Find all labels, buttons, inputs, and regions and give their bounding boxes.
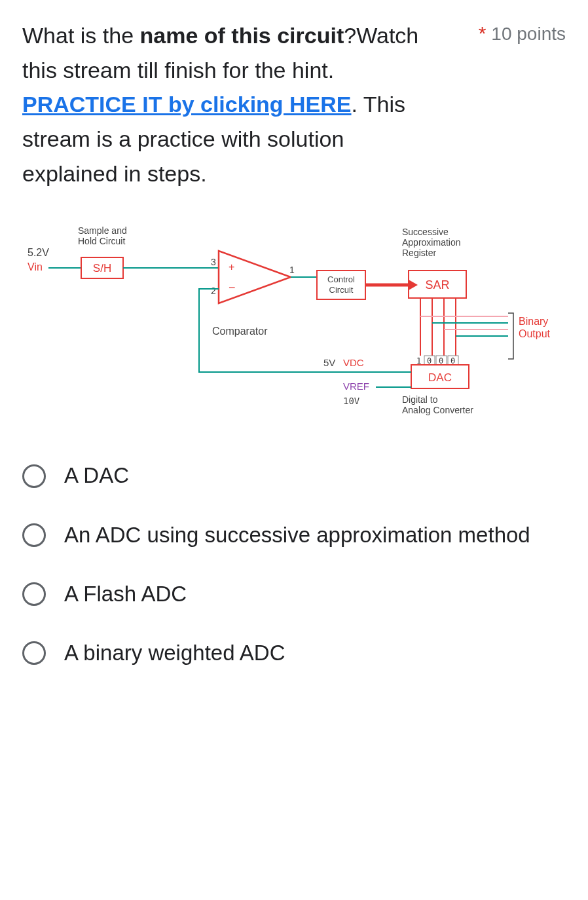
circuit-diagram: 5.2V Vin S/H Sample and Hold Circuit + −… <box>22 225 566 434</box>
practice-link[interactable]: PRACTICE IT by clicking HERE <box>22 92 352 117</box>
option-label: A Flash ADC <box>64 579 187 609</box>
radio-icon[interactable] <box>22 641 46 665</box>
q-part1: What is the <box>22 23 140 48</box>
comp-pin3: 3 <box>211 257 216 267</box>
comp-plus: + <box>229 261 234 272</box>
points-value: 10 points <box>491 24 566 44</box>
vref-label: VREF <box>343 381 369 392</box>
option-label: An ADC using successive approximation me… <box>64 520 530 550</box>
option-0[interactable]: A DAC <box>22 460 566 491</box>
option-label: A DAC <box>64 460 129 491</box>
comp-minus: − <box>229 281 236 294</box>
bit0: 1 <box>416 356 421 366</box>
radio-icon[interactable] <box>22 582 46 606</box>
sar-block: SAR <box>425 278 449 291</box>
vdc-label: VDC <box>343 357 364 368</box>
binout-2: Output <box>519 328 551 339</box>
svg-marker-8 <box>409 280 418 290</box>
bit1: 0 <box>427 356 432 366</box>
q-bold: name of this circuit <box>140 23 344 48</box>
dac-title-1: Digital to <box>402 394 438 405</box>
vin-label: Vin <box>28 261 43 272</box>
option-3[interactable]: A binary weighted ADC <box>22 638 566 668</box>
required-mark: * <box>479 22 487 44</box>
option-2[interactable]: A Flash ADC <box>22 579 566 609</box>
comp-pin2: 2 <box>211 286 216 296</box>
vdc-5v: 5V <box>323 357 335 368</box>
dac-title-2: Analog Converter <box>402 405 473 415</box>
sar-title-3: Register <box>402 248 436 258</box>
vin-voltage: 5.2V <box>28 247 49 258</box>
bit2: 0 <box>439 356 443 366</box>
sh-title-2: Hold Circuit <box>78 236 125 246</box>
comparator-label: Comparator <box>212 326 268 337</box>
svg-marker-3 <box>219 251 291 303</box>
points-label: *10 points <box>479 18 566 45</box>
question-text: What is the name of this circuit?Watch t… <box>22 18 428 191</box>
ctrl-1: Control <box>327 274 355 284</box>
dac-block: DAC <box>428 371 452 384</box>
sar-title-1: Successive <box>402 227 449 237</box>
option-1[interactable]: An ADC using successive approximation me… <box>22 520 566 550</box>
sh-title-1: Sample and <box>78 225 127 236</box>
comp-pin1: 1 <box>289 265 295 275</box>
radio-icon[interactable] <box>22 523 46 547</box>
diagram-svg: 5.2V Vin S/H Sample and Hold Circuit + −… <box>22 225 566 434</box>
ctrl-2: Circuit <box>329 285 354 295</box>
bit3: 0 <box>450 356 455 366</box>
options-list: A DAC An ADC using successive approximat… <box>22 460 566 668</box>
sar-title-2: Approximation <box>402 237 461 248</box>
option-label: A binary weighted ADC <box>64 638 285 668</box>
radio-icon[interactable] <box>22 464 46 488</box>
sh-block: S/H <box>93 262 111 274</box>
vref-value: 10V <box>343 396 360 406</box>
question-header: What is the name of this circuit?Watch t… <box>22 18 566 191</box>
binout-1: Binary <box>519 316 548 327</box>
